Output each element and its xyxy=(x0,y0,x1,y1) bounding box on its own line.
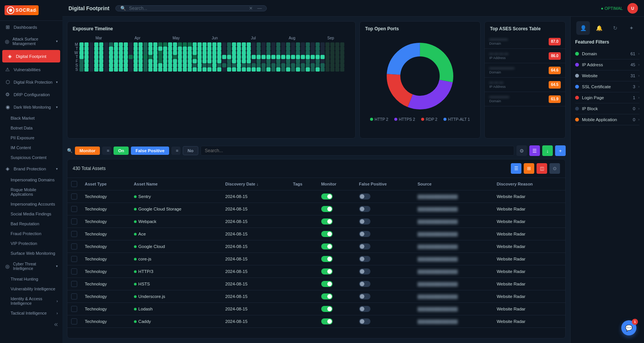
cell-2-11[interactable] xyxy=(134,51,138,55)
cell-4-45[interactable] xyxy=(301,59,305,63)
cell-0-17[interactable] xyxy=(163,42,167,47)
cell-2-41[interactable] xyxy=(281,51,285,55)
cell-2-44[interactable] xyxy=(296,51,300,55)
cell-0-51[interactable] xyxy=(330,42,334,47)
on-filter-button[interactable]: On xyxy=(114,147,129,155)
ases-row-4[interactable]: ••••••••••••••• Domain 61.9 xyxy=(485,92,565,106)
cell-0-21[interactable] xyxy=(183,42,187,47)
table-row[interactable]: Technology Sentry 2024-08-15 ███████████… xyxy=(67,190,565,203)
cell-2-27[interactable] xyxy=(212,51,216,55)
cell-5-8[interactable] xyxy=(119,63,123,67)
cell-2-21[interactable] xyxy=(183,51,187,55)
cell-2-5[interactable] xyxy=(104,51,108,55)
cell-6-34[interactable] xyxy=(247,67,251,72)
cell-4-26[interactable] xyxy=(207,59,212,63)
cell-6-15[interactable] xyxy=(153,67,157,72)
monitor-toggle-6[interactable] xyxy=(321,268,333,274)
cell-1-10[interactable] xyxy=(129,47,133,51)
cell-6-44[interactable] xyxy=(296,67,300,72)
cell-0-42[interactable] xyxy=(286,42,290,47)
cell-4-27[interactable] xyxy=(212,59,216,63)
cell-2-49[interactable] xyxy=(320,51,325,55)
cell-4-13[interactable] xyxy=(143,59,148,63)
featured-filter-item-0[interactable]: Domain 61 › xyxy=(575,48,639,59)
cell-2-42[interactable] xyxy=(286,51,290,55)
featured-filter-item-1[interactable]: IP Address 45 › xyxy=(575,59,639,70)
cell-0-37[interactable] xyxy=(261,42,266,47)
cell-4-33[interactable] xyxy=(242,59,246,63)
cell-2-43[interactable] xyxy=(291,51,295,55)
monitor-toggle-7[interactable] xyxy=(321,281,333,287)
cell-0-18[interactable] xyxy=(168,42,172,47)
cell-1-51[interactable] xyxy=(330,47,334,51)
cell-3-19[interactable] xyxy=(173,55,177,59)
select-all-checkbox[interactable] xyxy=(71,181,77,187)
cell-3-39[interactable] xyxy=(271,55,275,59)
cell-6-9[interactable] xyxy=(124,67,128,72)
cell-1-35[interactable] xyxy=(252,47,256,51)
sidebar-item-digital-footprint[interactable]: ◈ Digital Footprint xyxy=(2,50,60,62)
sidebar-item-threat-hunting[interactable]: Threat Hunting xyxy=(0,274,62,284)
cell-4-0[interactable] xyxy=(79,59,84,63)
cell-1-20[interactable] xyxy=(178,47,182,51)
cell-5-9[interactable] xyxy=(124,63,128,67)
cell-3-8[interactable] xyxy=(119,55,123,59)
row-checkbox-0[interactable] xyxy=(71,193,77,200)
cell-2-30[interactable] xyxy=(227,51,231,55)
user-avatar[interactable]: U xyxy=(627,3,638,14)
cell-3-18[interactable] xyxy=(168,55,172,59)
cell-0-24[interactable] xyxy=(198,42,202,47)
cell-4-2[interactable] xyxy=(89,59,93,63)
cell-1-4[interactable] xyxy=(99,47,103,51)
featured-filter-item-4[interactable]: Login Page 1 › xyxy=(575,92,639,103)
cell-5-7[interactable] xyxy=(114,63,118,67)
cell-0-50[interactable] xyxy=(325,42,330,47)
cell-3-35[interactable] xyxy=(252,55,256,59)
cell-5-51[interactable] xyxy=(330,63,334,67)
cell-1-50[interactable] xyxy=(325,47,330,51)
cell-1-27[interactable] xyxy=(212,47,216,51)
featured-filter-item-6[interactable]: Mobile Application 0 › xyxy=(575,114,639,125)
cell-3-36[interactable] xyxy=(257,55,261,59)
cell-5-10[interactable] xyxy=(129,63,133,67)
cell-4-12[interactable] xyxy=(138,59,143,63)
cell-3-52[interactable] xyxy=(335,55,339,59)
cell-6-47[interactable] xyxy=(311,67,315,72)
cell-3-6[interactable] xyxy=(109,55,113,59)
add-filter-button[interactable]: + xyxy=(555,145,566,156)
cell-6-24[interactable] xyxy=(198,67,202,72)
cell-6-32[interactable] xyxy=(237,67,241,72)
cell-3-9[interactable] xyxy=(124,55,128,59)
chat-button[interactable]: 💬 1 xyxy=(621,320,636,335)
cell-0-34[interactable] xyxy=(247,42,251,47)
cell-1-37[interactable] xyxy=(261,47,266,51)
cell-6-48[interactable] xyxy=(316,67,320,72)
cell-3-15[interactable] xyxy=(153,55,157,59)
sidebar-item-black-market[interactable]: Black Market xyxy=(0,113,62,123)
cell-0-40[interactable] xyxy=(276,42,280,47)
cell-5-23[interactable] xyxy=(193,63,197,67)
table-row[interactable]: Technology Google Cloud 2024-08-15 █████… xyxy=(67,240,565,253)
cell-3-13[interactable] xyxy=(143,55,148,59)
cell-1-52[interactable] xyxy=(335,47,339,51)
table-row[interactable]: Technology HTTP/3 2024-08-15 ███████████… xyxy=(67,265,565,278)
cell-5-14[interactable] xyxy=(148,63,152,67)
cell-1-1[interactable] xyxy=(84,47,89,51)
cell-6-10[interactable] xyxy=(129,67,133,72)
cell-4-8[interactable] xyxy=(119,59,123,63)
cell-3-44[interactable] xyxy=(296,55,300,59)
cell-2-45[interactable] xyxy=(301,51,305,55)
cell-4-40[interactable] xyxy=(276,59,280,63)
cell-5-28[interactable] xyxy=(217,63,221,67)
cell-2-20[interactable] xyxy=(178,51,182,55)
row-checkbox-3[interactable] xyxy=(71,231,77,237)
cell-0-38[interactable] xyxy=(266,42,271,47)
cell-6-2[interactable] xyxy=(89,67,93,72)
table-row[interactable]: Technology core-js 2024-08-15 ██████████… xyxy=(67,253,565,265)
cell-3-30[interactable] xyxy=(227,55,231,59)
cell-4-3[interactable] xyxy=(94,59,98,63)
cell-6-53[interactable] xyxy=(340,67,344,72)
cell-0-30[interactable] xyxy=(227,42,231,47)
fp-toggle-5[interactable] xyxy=(359,256,370,262)
cell-5-13[interactable] xyxy=(143,63,148,67)
